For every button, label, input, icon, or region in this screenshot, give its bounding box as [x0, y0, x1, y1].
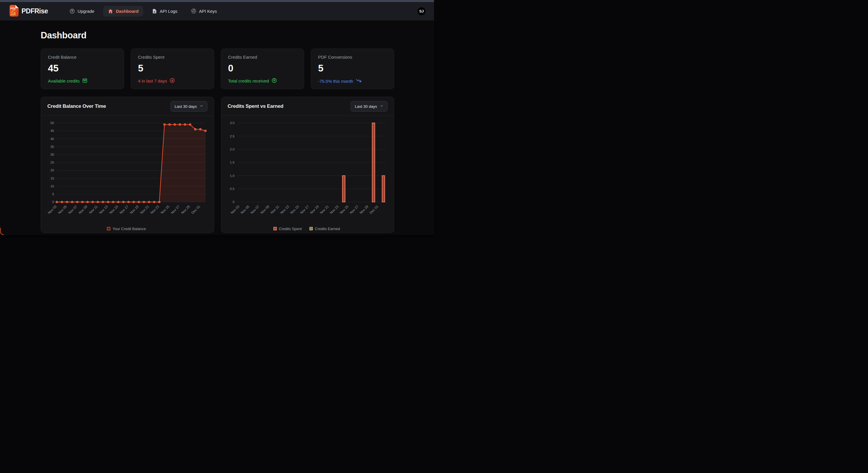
chart-header: Credit Balance Over Time Last 30 days [41, 97, 214, 116]
svg-text:Nov 27: Nov 27 [170, 204, 180, 214]
upgrade-circle-arrow-icon [69, 8, 75, 14]
range-dropdown[interactable]: Last 30 days [351, 101, 388, 112]
svg-text:Nov 09: Nov 09 [78, 204, 88, 214]
svg-text:Nov 21: Nov 21 [140, 204, 149, 214]
bar-chart: 00.51.01.52.02.53.0Nov 03Nov 05Nov 07Nov… [224, 118, 390, 227]
nav-item-api-logs[interactable]: API Logs [147, 6, 182, 17]
window-bottom-strip [0, 235, 434, 236]
stat-label: Credit Balance [48, 55, 117, 60]
svg-text:Nov 13: Nov 13 [98, 204, 108, 214]
svg-text:3.0: 3.0 [230, 121, 235, 125]
main-content: Dashboard Credit Balance 45 Available cr… [0, 30, 434, 233]
stat-subtext: Available credits [48, 77, 117, 84]
svg-text:Nov 05: Nov 05 [240, 204, 250, 214]
nav-item-api-keys[interactable]: API Keys [186, 6, 222, 17]
chart-body: 05101520253035404550Nov 03Nov 05Nov 07No… [41, 116, 214, 231]
svg-text:Nov 21: Nov 21 [319, 204, 329, 214]
svg-text:Nov 03: Nov 03 [230, 204, 240, 214]
svg-text:0.5: 0.5 [230, 187, 235, 191]
svg-text:Nov 17: Nov 17 [299, 204, 309, 214]
svg-text:Dec 01: Dec 01 [369, 204, 378, 214]
svg-text:40: 40 [50, 137, 54, 140]
arrow-down-circle-icon [169, 77, 175, 84]
stat-sub-label: 4 in last 7 days [138, 78, 167, 84]
stat-sub-label: Available credits [48, 78, 80, 84]
legend-label: Your Credit Balance [113, 227, 146, 231]
stats-row: Credit Balance 45 Available credits Cred… [41, 49, 394, 89]
brand-logo[interactable]: PDF PDFRise [9, 5, 48, 18]
stat-label: Credits Spent [138, 55, 207, 60]
page-title: Dashboard [41, 30, 394, 41]
user-avatar[interactable]: SJ [417, 7, 426, 16]
stat-subtext: -75.0% this month [318, 77, 387, 85]
legend-label: Credits Earned [315, 227, 340, 231]
stat-value: 45 [48, 63, 117, 74]
stat-card-credits-earned: Credits Earned 0 Total credits received [221, 49, 304, 89]
svg-text:50: 50 [50, 121, 54, 125]
nav-item-label: Upgrade [78, 9, 94, 14]
arrow-up-circle-icon [271, 77, 277, 84]
background-window-corner [0, 228, 4, 235]
stat-label: Credits Earned [228, 55, 297, 60]
stat-label: PDF Conversions [318, 55, 387, 60]
svg-text:1.5: 1.5 [230, 161, 235, 164]
line-chart: 05101520253035404550Nov 03Nov 05Nov 07No… [43, 118, 210, 227]
svg-text:Dec 01: Dec 01 [191, 204, 201, 214]
chevron-down-icon [199, 104, 203, 109]
svg-text:Nov 19: Nov 19 [129, 204, 139, 214]
svg-text:Nov 19: Nov 19 [309, 204, 319, 214]
svg-text:Nov 11: Nov 11 [270, 204, 280, 214]
svg-text:Nov 09: Nov 09 [260, 204, 270, 214]
stat-value: 5 [318, 63, 387, 74]
svg-text:10: 10 [50, 185, 54, 188]
stat-sub-label: -75.0% this month [318, 79, 353, 84]
fingerprint-icon [191, 8, 196, 14]
nav-item-upgrade[interactable]: Upgrade [65, 6, 99, 17]
chart-body: 00.51.01.52.02.53.0Nov 03Nov 05Nov 07Nov… [221, 116, 394, 231]
legend-swatch [107, 227, 111, 230]
trending-down-icon [355, 77, 362, 85]
legend-item[interactable]: Credits Earned [309, 227, 340, 231]
charts-row: Credit Balance Over Time Last 30 days 05… [41, 97, 394, 233]
chart-legend: Your Credit Balance [43, 227, 210, 231]
wallet-icon [82, 77, 88, 84]
legend-item[interactable]: Credits Spent [273, 227, 302, 231]
svg-text:Nov 07: Nov 07 [250, 204, 260, 214]
legend-swatch [309, 227, 313, 230]
chart-card-credits-spent-vs-earned: Credits Spent vs Earned Last 30 days 00.… [221, 97, 395, 233]
nav-item-label: API Logs [160, 9, 178, 14]
navbar: PDF PDFRise Upgrade [0, 2, 434, 21]
nav-item-label: API Keys [199, 9, 217, 14]
svg-text:Nov 05: Nov 05 [58, 204, 67, 214]
svg-text:45: 45 [50, 129, 54, 132]
home-icon [108, 8, 113, 14]
svg-text:Nov 23: Nov 23 [329, 204, 339, 214]
range-dropdown-value: Last 30 days [175, 104, 197, 109]
svg-text:Nov 29: Nov 29 [359, 204, 369, 214]
nav-item-dashboard[interactable]: Dashboard [103, 6, 143, 17]
stat-card-pdf-conversions: PDF Conversions 5 -75.0% this month [311, 49, 394, 89]
stat-card-credit-balance: Credit Balance 45 Available credits [41, 49, 124, 89]
svg-text:20: 20 [50, 168, 54, 172]
pdfrise-logo-icon: PDF [9, 5, 19, 18]
svg-text:2.0: 2.0 [230, 148, 235, 151]
svg-text:Nov 25: Nov 25 [160, 204, 170, 214]
stat-value: 5 [138, 63, 207, 74]
svg-text:30: 30 [50, 153, 54, 156]
svg-text:5: 5 [52, 192, 54, 196]
stat-value: 0 [228, 63, 297, 74]
svg-text:Nov 15: Nov 15 [108, 204, 119, 214]
svg-text:Nov 15: Nov 15 [289, 204, 299, 214]
app-window: PDF PDFRise Upgrade [0, 0, 434, 236]
range-dropdown-value: Last 30 days [355, 104, 377, 109]
stat-subtext: Total credits received [228, 77, 297, 84]
chevron-down-icon [380, 104, 383, 109]
stat-subtext: 4 in last 7 days [138, 77, 207, 84]
svg-text:Nov 25: Nov 25 [339, 204, 349, 214]
legend-item[interactable]: Your Credit Balance [107, 227, 146, 231]
svg-text:Nov 13: Nov 13 [279, 204, 289, 214]
range-dropdown[interactable]: Last 30 days [170, 101, 208, 112]
svg-text:Nov 03: Nov 03 [47, 204, 57, 214]
svg-text:15: 15 [50, 177, 54, 180]
chart-header: Credits Spent vs Earned Last 30 days [221, 97, 394, 116]
